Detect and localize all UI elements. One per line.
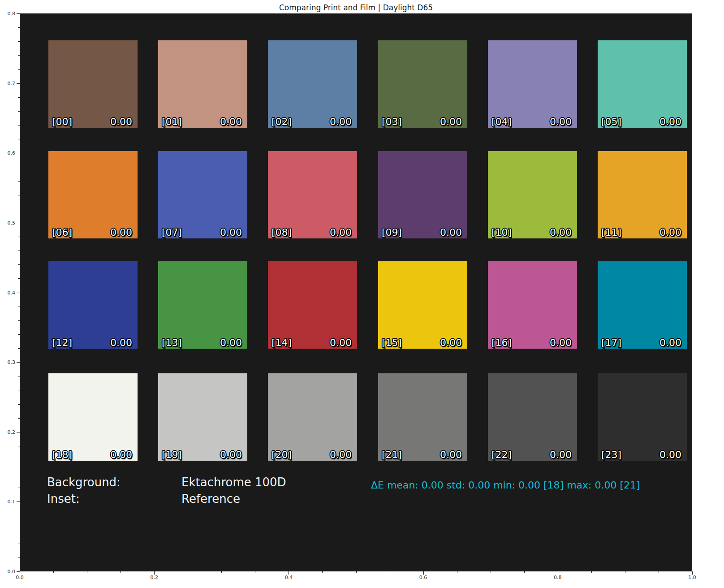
patch-index-label: [20] xyxy=(272,450,292,460)
patch-value-label: 0.00 xyxy=(659,450,681,460)
color-patch: [16]0.00 xyxy=(488,261,577,349)
patch-label-row: [22]0.00 xyxy=(488,450,577,460)
y-minor-tick-mark xyxy=(18,97,20,98)
x-tick-label: 1.0 xyxy=(688,575,696,580)
color-patch: [18]0.00 xyxy=(48,373,138,461)
x-minor-tick-mark xyxy=(659,571,659,573)
y-tick-mark xyxy=(17,223,20,223)
patch-value-label: 0.00 xyxy=(659,227,681,238)
patch-value-label: 0.00 xyxy=(110,450,132,460)
y-minor-tick-mark xyxy=(18,474,20,474)
y-minor-tick-mark xyxy=(18,460,20,460)
patch-label-row: [10]0.00 xyxy=(488,227,577,238)
patch-label-row: [17]0.00 xyxy=(598,337,687,348)
patch-label-row: [01]0.00 xyxy=(158,117,247,127)
patch-label-row: [00]0.00 xyxy=(48,117,138,127)
patch-index-label: [06] xyxy=(52,227,72,238)
y-minor-tick-mark xyxy=(18,139,20,139)
x-minor-tick-mark xyxy=(121,571,121,573)
patch-value-label: 0.00 xyxy=(440,117,462,127)
y-minor-tick-mark xyxy=(18,167,20,167)
color-patch: [05]0.00 xyxy=(598,40,687,128)
patch-label-row: [12]0.00 xyxy=(48,337,138,348)
y-tick-label: 0.6 xyxy=(0,150,15,156)
patch-label-row: [14]0.00 xyxy=(268,337,357,348)
x-minor-tick-mark xyxy=(356,571,357,573)
patch-index-label: [03] xyxy=(382,117,402,127)
x-minor-tick-mark xyxy=(255,571,255,573)
y-minor-tick-mark xyxy=(18,530,20,530)
patch-label-row: [15]0.00 xyxy=(378,337,467,348)
y-minor-tick-mark xyxy=(18,125,20,125)
patch-index-label: [12] xyxy=(52,337,72,348)
patch-label-row: [09]0.00 xyxy=(378,227,467,238)
y-tick-label: 0.8 xyxy=(0,11,15,17)
color-patch: [23]0.00 xyxy=(598,373,687,461)
y-minor-tick-mark xyxy=(18,41,20,42)
patch-value-label: 0.00 xyxy=(330,117,352,127)
patch-label-row: [13]0.00 xyxy=(158,337,247,348)
x-minor-tick-mark xyxy=(390,571,390,573)
y-tick-label: 0.7 xyxy=(0,80,15,86)
color-patch: [17]0.00 xyxy=(598,261,687,349)
x-minor-tick-mark xyxy=(87,571,87,573)
patch-value-label: 0.00 xyxy=(220,337,242,348)
y-minor-tick-mark xyxy=(18,307,20,307)
x-minor-tick-mark xyxy=(625,571,625,573)
y-tick-label: 0.2 xyxy=(0,429,15,435)
y-minor-tick-mark xyxy=(18,264,20,265)
chart-title: Comparing Print and Film | Daylight D65 xyxy=(20,3,692,12)
y-minor-tick-mark xyxy=(18,390,20,390)
patch-index-label: [00] xyxy=(52,117,72,127)
color-patch: [04]0.00 xyxy=(488,40,577,128)
patch-index-label: [15] xyxy=(382,337,402,348)
patch-index-label: [09] xyxy=(382,227,402,238)
y-tick-label: 0.4 xyxy=(0,290,15,295)
patch-value-label: 0.00 xyxy=(220,117,242,127)
color-patch: [09]0.00 xyxy=(378,151,467,238)
x-tick-mark xyxy=(20,571,20,575)
patch-label-row: [20]0.00 xyxy=(268,450,357,460)
color-patch: [07]0.00 xyxy=(158,151,247,238)
x-minor-tick-mark xyxy=(491,571,491,573)
y-tick-mark xyxy=(17,362,20,363)
patch-label-row: [08]0.00 xyxy=(268,227,357,238)
patch-index-label: [08] xyxy=(272,227,292,238)
patch-label-row: [06]0.00 xyxy=(48,227,138,238)
x-minor-tick-mark xyxy=(524,571,525,573)
x-minor-tick-mark xyxy=(322,571,323,573)
color-patch: [01]0.00 xyxy=(158,40,247,128)
color-patch: [08]0.00 xyxy=(268,151,357,238)
color-patch: [13]0.00 xyxy=(158,261,247,349)
color-patch: [15]0.00 xyxy=(378,261,467,349)
patch-value-label: 0.00 xyxy=(220,450,242,460)
color-patch: [06]0.00 xyxy=(48,151,138,238)
patch-index-label: [05] xyxy=(601,117,621,127)
plot-area: [00]0.00[01]0.00[02]0.00[03]0.00[04]0.00… xyxy=(20,13,692,571)
y-minor-tick-mark xyxy=(18,237,20,237)
patch-value-label: 0.00 xyxy=(330,337,352,348)
x-tick-label: 0.6 xyxy=(419,575,427,580)
patch-value-label: 0.00 xyxy=(550,450,572,460)
background-label: Background: xyxy=(47,476,121,489)
y-tick-label: 0.3 xyxy=(0,359,15,365)
patch-value-label: 0.00 xyxy=(550,337,572,348)
y-tick-label: 0.1 xyxy=(0,499,15,505)
patch-value-label: 0.00 xyxy=(330,227,352,238)
patch-label-row: [16]0.00 xyxy=(488,337,577,348)
x-minor-tick-mark xyxy=(53,571,54,573)
y-minor-tick-mark xyxy=(18,488,20,488)
patch-label-row: [21]0.00 xyxy=(378,450,467,460)
y-tick-mark xyxy=(17,293,20,293)
y-minor-tick-mark xyxy=(18,278,20,279)
y-minor-tick-mark xyxy=(18,334,20,335)
patch-value-label: 0.00 xyxy=(220,227,242,238)
y-tick-mark xyxy=(17,153,20,153)
y-minor-tick-mark xyxy=(18,195,20,195)
y-minor-tick-mark xyxy=(18,181,20,182)
patch-index-label: [16] xyxy=(491,337,512,348)
patch-index-label: [02] xyxy=(272,117,292,127)
patch-value-label: 0.00 xyxy=(440,227,462,238)
patch-index-label: [22] xyxy=(491,450,512,460)
patch-label-row: [05]0.00 xyxy=(598,117,687,127)
